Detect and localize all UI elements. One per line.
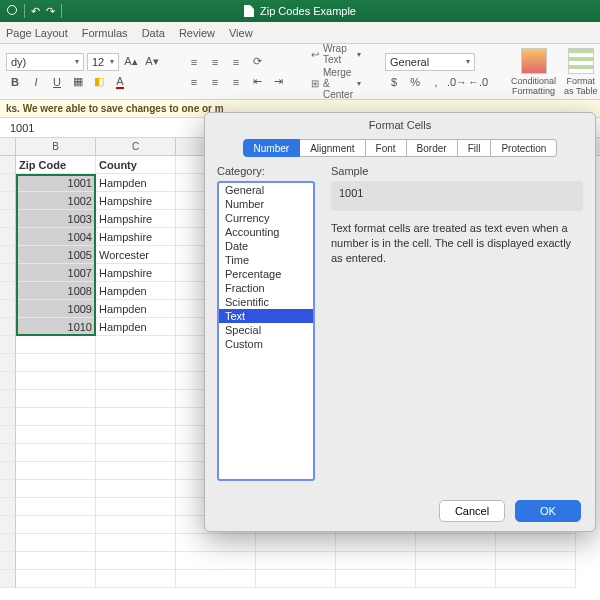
font-color-icon[interactable]: A	[111, 73, 129, 91]
cell[interactable]: Hampshire	[96, 192, 176, 210]
cell[interactable]: 1005	[16, 246, 96, 264]
cell[interactable]: 1008	[16, 282, 96, 300]
tab-review[interactable]: Review	[179, 27, 215, 39]
cell[interactable]	[16, 444, 96, 462]
cell[interactable]: Hampshire	[96, 264, 176, 282]
align-middle-icon[interactable]: ≡	[206, 53, 224, 71]
tab-formulas[interactable]: Formulas	[82, 27, 128, 39]
decrease-decimal-icon[interactable]: ←.0	[469, 73, 487, 91]
cell[interactable]	[16, 498, 96, 516]
percent-icon[interactable]: %	[406, 73, 424, 91]
ok-button[interactable]: OK	[515, 500, 581, 522]
cell[interactable]: Worcester	[96, 246, 176, 264]
cell[interactable]	[16, 372, 96, 390]
dialog-tab-fill[interactable]: Fill	[458, 139, 492, 157]
align-center-icon[interactable]: ≡	[206, 73, 224, 91]
cell[interactable]	[336, 552, 416, 570]
align-top-icon[interactable]: ≡	[185, 53, 203, 71]
merge-center-button[interactable]: ⊞Merge & Center▾	[311, 67, 361, 100]
cell[interactable]	[496, 534, 576, 552]
cell[interactable]	[96, 408, 176, 426]
redo-icon[interactable]: ↷	[46, 5, 55, 18]
category-item-scientific[interactable]: Scientific	[219, 295, 313, 309]
cell[interactable]: Zip Code	[16, 156, 96, 174]
cell[interactable]: Hampden	[96, 300, 176, 318]
category-item-special[interactable]: Special	[219, 323, 313, 337]
cell[interactable]	[176, 570, 256, 588]
cell[interactable]	[96, 336, 176, 354]
dialog-tab-protection[interactable]: Protection	[491, 139, 557, 157]
grid-row[interactable]	[0, 552, 600, 570]
autosave-icon[interactable]	[6, 4, 18, 18]
cell[interactable]	[16, 552, 96, 570]
cell[interactable]	[96, 462, 176, 480]
cell[interactable]	[16, 462, 96, 480]
cell[interactable]	[416, 552, 496, 570]
cell[interactable]: County	[96, 156, 176, 174]
cell[interactable]	[256, 570, 336, 588]
increase-font-icon[interactable]: A▴	[122, 53, 140, 71]
cell[interactable]	[16, 354, 96, 372]
cell[interactable]	[16, 426, 96, 444]
cell[interactable]	[16, 516, 96, 534]
category-item-general[interactable]: General	[219, 183, 313, 197]
cell[interactable]	[496, 570, 576, 588]
cell[interactable]	[96, 534, 176, 552]
cell[interactable]	[336, 534, 416, 552]
bold-icon[interactable]: B	[6, 73, 24, 91]
cell[interactable]	[416, 570, 496, 588]
cell[interactable]	[336, 570, 416, 588]
cell[interactable]	[16, 408, 96, 426]
category-item-time[interactable]: Time	[219, 253, 313, 267]
category-item-percentage[interactable]: Percentage	[219, 267, 313, 281]
cancel-button[interactable]: Cancel	[439, 500, 505, 522]
dialog-tab-font[interactable]: Font	[366, 139, 407, 157]
cell[interactable]: 1010	[16, 318, 96, 336]
cell[interactable]: 1003	[16, 210, 96, 228]
category-item-accounting[interactable]: Accounting	[219, 225, 313, 239]
decrease-indent-icon[interactable]: ⇤	[248, 73, 266, 91]
tab-page-layout[interactable]: Page Layout	[6, 27, 68, 39]
font-size-combo[interactable]: 12▾	[87, 53, 119, 71]
col-header-b[interactable]: B	[16, 138, 96, 155]
cell[interactable]: Hampshire	[96, 228, 176, 246]
grid-row[interactable]	[0, 570, 600, 588]
cell[interactable]	[256, 534, 336, 552]
cell[interactable]	[96, 516, 176, 534]
cell[interactable]	[16, 534, 96, 552]
conditional-formatting-button[interactable]: Conditional Formatting	[511, 48, 556, 96]
cell[interactable]	[256, 552, 336, 570]
fill-color-icon[interactable]: ◧	[90, 73, 108, 91]
cell[interactable]: Hampden	[96, 318, 176, 336]
format-as-table-button[interactable]: Format as Table	[564, 48, 597, 96]
cell[interactable]: Hampden	[96, 174, 176, 192]
currency-icon[interactable]: $	[385, 73, 403, 91]
border-icon[interactable]: ▦	[69, 73, 87, 91]
col-header-c[interactable]: C	[96, 138, 176, 155]
cell[interactable]	[96, 480, 176, 498]
cell[interactable]: Hampden	[96, 282, 176, 300]
cell[interactable]	[96, 390, 176, 408]
underline-icon[interactable]: U	[48, 73, 66, 91]
increase-decimal-icon[interactable]: .0→	[448, 73, 466, 91]
cell[interactable]: 1007	[16, 264, 96, 282]
cell[interactable]	[416, 534, 496, 552]
wrap-text-button[interactable]: ↩Wrap Text▾	[311, 44, 361, 65]
cell[interactable]	[496, 552, 576, 570]
cell[interactable]	[16, 570, 96, 588]
cell[interactable]	[176, 534, 256, 552]
orientation-icon[interactable]: ⟳	[248, 53, 266, 71]
category-list[interactable]: GeneralNumberCurrencyAccountingDateTimeP…	[217, 181, 315, 481]
cell[interactable]: 1009	[16, 300, 96, 318]
tab-view[interactable]: View	[229, 27, 253, 39]
category-item-fraction[interactable]: Fraction	[219, 281, 313, 295]
align-left-icon[interactable]: ≡	[185, 73, 203, 91]
dialog-tab-alignment[interactable]: Alignment	[300, 139, 365, 157]
cell[interactable]	[176, 552, 256, 570]
cell[interactable]: 1001	[16, 174, 96, 192]
cell[interactable]	[96, 354, 176, 372]
cell[interactable]	[96, 552, 176, 570]
cell[interactable]	[16, 480, 96, 498]
cell[interactable]	[16, 390, 96, 408]
cell[interactable]	[96, 426, 176, 444]
